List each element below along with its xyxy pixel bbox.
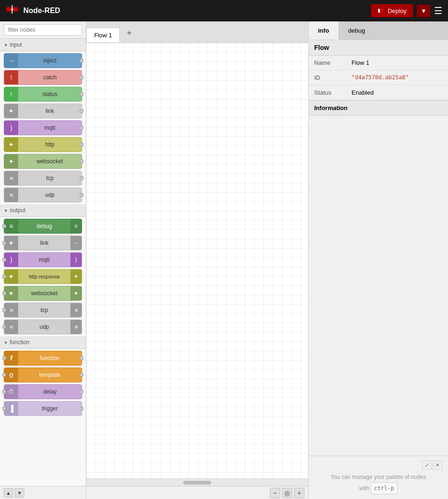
node-template[interactable]: {} template [4,367,82,382]
node-tcp-out-label: tcp [18,307,70,313]
link-out-icon: ✦ [4,236,18,250]
websocket-out-icon: ✦ [4,286,18,300]
node-status[interactable]: ! status [4,87,82,102]
deploy-dropdown-button[interactable]: ▼ [417,5,430,17]
main-menu-button[interactable]: ☰ [434,5,442,16]
info-row-id: ID "d4a7570d.ab25a8" [309,70,448,85]
palette-hint-with: with [359,485,369,492]
mqtt-out-trailing: ) [70,253,82,267]
section-input-label: input [10,42,22,48]
node-trigger-label: trigger [18,405,82,412]
filter-box [0,21,86,39]
node-tcp-in-label: tcp [18,175,82,181]
flow1-tab[interactable]: Flow 1 [86,28,120,42]
node-tcp-out[interactable]: ≋ tcp ≋ [4,303,82,318]
mqtt-in-port-right [80,126,83,130]
node-inject[interactable]: → inject [4,53,82,68]
link-out-trailing: → [70,236,82,250]
flow1-tab-label: Flow 1 [94,32,112,39]
debug-port-left [2,224,6,228]
zoom-reset-button[interactable]: ◎ [282,488,292,498]
information-section-title: Information [309,100,448,116]
node-function[interactable]: f function [4,351,82,366]
info-panel: Flow Name Flow 1 ID "d4a7570d.ab25a8" St… [309,40,448,456]
palette-hint-text: You can manage your palette of nodes [331,474,426,480]
header: Node-RED Deploy ▼ ☰ [0,0,448,21]
node-http-response-label: http response [18,274,70,279]
section-output[interactable]: ▾ output [0,204,86,217]
http-response-port-left [2,275,6,278]
websocket-in-icon: ✦ [4,154,18,168]
node-link-in[interactable]: ✦ link [4,104,82,118]
node-udp-out-label: udp [18,324,70,330]
info-row-status: Status Enabled [309,85,448,100]
tcp-in-port-right [80,176,83,180]
canvas-scrollbar[interactable] [86,478,308,486]
inject-port-right [80,59,83,62]
node-delay[interactable]: ⏱ delay [4,384,82,399]
info-label-status: Status [309,85,346,100]
node-link-out[interactable]: ✦ link → [4,236,82,250]
info-value-id: "d4a7570d.ab25a8" [346,70,448,85]
node-tcp-in[interactable]: ≋ tcp [4,171,82,186]
node-http-response[interactable]: ✦ http response ✦ [4,269,82,284]
canvas-controls: − ◎ + [86,486,308,499]
node-websocket-out[interactable]: ✦ websocket ✦ [4,286,82,301]
node-websocket-in-label: websocket [18,158,82,165]
node-udp-out[interactable]: ≋ udp ≋ [4,319,82,334]
node-mqtt-in[interactable]: ) mqtt [4,120,82,135]
catch-icon: ! [4,70,18,84]
node-mqtt-in-label: mqtt [18,125,82,131]
info-label-id: ID [309,70,346,85]
sidebar-scroll-down-button[interactable]: ▼ [15,488,24,498]
svg-rect-1 [14,7,18,11]
zoom-in-button[interactable]: + [294,488,304,498]
websocket-in-port-right [80,159,83,163]
node-http-in[interactable]: ✦ http [4,137,82,152]
node-udp-in[interactable]: ≋ udp [4,187,82,202]
node-catch[interactable]: ! catch [4,70,82,85]
status-icon: ! [4,87,18,101]
add-tab-button[interactable]: + [122,26,137,41]
http-response-icon: ✦ [4,270,18,284]
debug-trailing-icon: ≡ [70,219,82,233]
zoom-out-button[interactable]: − [270,488,280,498]
template-icon: {} [4,368,18,382]
http-response-trailing: ✦ [70,270,82,284]
info-row-name: Name Flow 1 [309,55,448,70]
node-websocket-in[interactable]: ✦ websocket [4,154,82,169]
panel-close-button[interactable]: ✕ [433,461,442,470]
node-mqtt-out[interactable]: ) mqtt ) [4,252,82,267]
information-content [309,116,448,302]
node-trigger[interactable]: ▐ trigger [4,401,82,416]
node-inject-label: inject [18,57,82,64]
app-title: Node-RED [23,7,60,15]
tab-debug[interactable]: debug [339,21,375,40]
section-input[interactable]: ▾ input [0,39,86,51]
palette-shortcut: ctrl-p [371,482,397,494]
udp-in-icon: ≋ [4,188,18,202]
tcp-out-trailing: ≋ [70,303,82,317]
sidebar-scroll-up-button[interactable]: ▲ [4,488,13,498]
flow-canvas[interactable] [86,43,308,478]
palette-hint-area: ⤢ ✕ You can manage your palette of nodes… [309,456,448,499]
flow-section-title: Flow [309,40,448,55]
canvas-area: Flow 1 + − ◎ + [86,21,308,499]
node-debug[interactable]: ≡ debug ≡ [4,219,82,234]
function-icon: f [4,351,18,365]
delay-port-right [80,390,83,394]
node-catch-label: catch [18,74,82,81]
http-in-icon: ✦ [4,138,18,152]
trigger-icon: ▐ [4,402,18,416]
chevron-down-icon: ▾ [5,42,7,48]
section-function[interactable]: ▾ function [0,336,86,349]
deploy-button[interactable]: Deploy [371,4,413,17]
filter-nodes-input[interactable] [4,24,82,35]
section-output-label: output [10,207,25,214]
deploy-icon [378,7,385,14]
panel-expand-button[interactable]: ⤢ [422,461,432,470]
delay-port-left [2,390,6,394]
link-out-port-left [2,241,6,245]
node-link-in-label: link [18,108,82,114]
tab-info[interactable]: info [309,21,339,40]
